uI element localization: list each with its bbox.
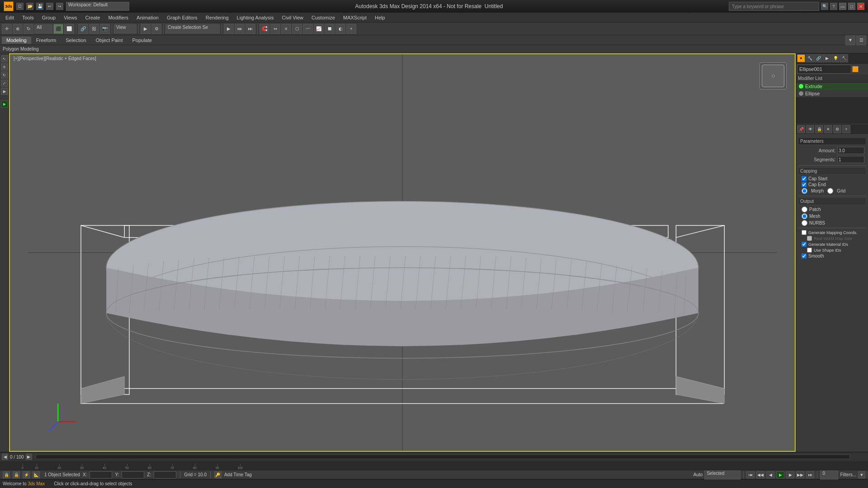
- rotate-tool[interactable]: ↻: [24, 24, 33, 34]
- modifier-extrude[interactable]: Extrude: [796, 83, 868, 90]
- pin-icon[interactable]: 📌: [797, 125, 805, 133]
- select-tool[interactable]: ✛: [2, 24, 12, 34]
- status-icon-2[interactable]: 🔓: [13, 471, 20, 479]
- help-icon[interactable]: ?: [830, 3, 837, 10]
- status-icon-4[interactable]: 📐: [33, 471, 40, 479]
- tab-populate[interactable]: Populate: [127, 37, 156, 44]
- graph-btn[interactable]: 📈: [314, 24, 324, 34]
- sidebar-play[interactable]: ▶: [1, 100, 8, 108]
- schematic-btn[interactable]: 🔲: [325, 24, 335, 34]
- patch-radio[interactable]: [802, 206, 807, 212]
- search-box[interactable]: Type a keyword or phrase: [729, 2, 819, 11]
- anim-prev[interactable]: ◀◀: [756, 471, 764, 479]
- config-icon[interactable]: ⚙: [833, 125, 841, 133]
- open-btn[interactable]: 📂: [26, 3, 33, 10]
- menu-maxscript[interactable]: MAXScript: [340, 14, 370, 21]
- menu-animation[interactable]: Animation: [133, 14, 162, 21]
- menu-modifiers[interactable]: Modifiers: [104, 14, 132, 21]
- material-btn[interactable]: ◐: [335, 24, 345, 34]
- cap-start-checkbox[interactable]: [802, 176, 807, 181]
- redo-btn[interactable]: ↪: [56, 3, 63, 10]
- show-icon[interactable]: 👁: [806, 125, 814, 133]
- menu-civil-view[interactable]: Civil View: [278, 14, 307, 21]
- undo-btn[interactable]: ↩: [46, 3, 53, 10]
- anim-first[interactable]: ⏮: [746, 471, 755, 479]
- render-setup[interactable]: ⚙: [151, 24, 161, 34]
- timeline-slider[interactable]: ◀ 0 / 100 ▶: [0, 452, 868, 461]
- amount-input[interactable]: [837, 147, 864, 154]
- sidebar-rotate[interactable]: ↻: [1, 71, 8, 79]
- menu-customize[interactable]: Customize: [308, 14, 339, 21]
- key-icon[interactable]: 🔑: [214, 471, 222, 479]
- filter-icon[interactable]: ▼: [858, 471, 865, 479]
- gen-material-checkbox[interactable]: [802, 242, 807, 247]
- tab-freeform[interactable]: Freeform: [32, 37, 61, 44]
- object-name-input[interactable]: [797, 65, 851, 74]
- z-coord[interactable]: [154, 471, 176, 479]
- y-coord[interactable]: [122, 471, 144, 479]
- menu-lighting[interactable]: Lighting Analysis: [233, 14, 278, 21]
- menu-group[interactable]: Group: [38, 14, 60, 21]
- anim-next-frame[interactable]: ▶: [786, 471, 794, 479]
- timeline-track[interactable]: [36, 455, 850, 459]
- tab-selection[interactable]: Selection: [61, 37, 90, 44]
- sidebar-select[interactable]: ↖: [1, 55, 8, 62]
- viewport[interactable]: [+][Perspective][Realistic + Edged Faces…: [9, 53, 796, 452]
- status-icon-3[interactable]: ⚡: [23, 471, 30, 479]
- add-mod-icon[interactable]: +: [842, 125, 850, 133]
- workspace-dropdown[interactable]: Workspace: Default: [66, 2, 129, 11]
- anim-play[interactable]: ▶: [776, 471, 784, 479]
- mesh-radio[interactable]: [802, 213, 807, 219]
- anim-last[interactable]: ⏭: [806, 471, 814, 479]
- link-tool[interactable]: 🔗: [78, 24, 88, 34]
- timeline-fwd-btn[interactable]: ▶: [26, 454, 32, 460]
- extra-btn[interactable]: +: [346, 24, 356, 34]
- render-btn[interactable]: ▶: [141, 24, 151, 34]
- create-selection-dropdown[interactable]: Create Selection Se: [165, 24, 220, 33]
- modifier-ellipse[interactable]: Ellipse: [796, 90, 868, 97]
- play-btn[interactable]: ▶: [224, 24, 234, 34]
- camera-tool[interactable]: 📷: [100, 24, 110, 34]
- x-coord[interactable]: [90, 471, 112, 479]
- move-tool[interactable]: ⊕: [13, 24, 23, 34]
- panel-icon-motion[interactable]: ▶: [823, 54, 831, 62]
- gen-mapping-checkbox[interactable]: [802, 230, 807, 235]
- lock-icon[interactable]: 🔒: [815, 125, 823, 133]
- delete-mod-icon[interactable]: ✕: [824, 125, 832, 133]
- menu-graph-editors[interactable]: Graph Editors: [163, 14, 201, 21]
- selected-dropdown[interactable]: Selected: [704, 470, 741, 479]
- view-dropdown[interactable]: View: [114, 24, 137, 33]
- magnet-btn[interactable]: 🧲: [259, 24, 269, 34]
- modifier-list-label[interactable]: Modifier List: [796, 75, 868, 83]
- status-icon-1[interactable]: 🔒: [3, 471, 10, 479]
- anim-next[interactable]: ▶▶: [796, 471, 804, 479]
- region-select[interactable]: ⬜: [64, 24, 74, 34]
- select-btn[interactable]: ⬛: [53, 24, 63, 34]
- menu-views[interactable]: Views: [60, 14, 80, 21]
- prev-btn[interactable]: ⏮: [235, 24, 245, 34]
- menu-btn[interactable]: ☰: [856, 35, 866, 45]
- menu-tools[interactable]: Tools: [19, 14, 38, 21]
- search-icon[interactable]: 🔍: [821, 3, 828, 10]
- morph-radio[interactable]: [802, 188, 807, 194]
- frame-input[interactable]: 0: [820, 470, 838, 479]
- nurbs-radio[interactable]: [802, 220, 807, 226]
- use-shape-checkbox[interactable]: [807, 248, 812, 253]
- sidebar-extra[interactable]: ▶: [1, 88, 8, 95]
- menu-help[interactable]: Help: [371, 14, 389, 21]
- next-btn[interactable]: ⏭: [245, 24, 255, 34]
- maximize-button[interactable]: □: [848, 3, 855, 10]
- new-btn[interactable]: 🗋: [16, 3, 24, 10]
- unlink-tool[interactable]: ⛓: [89, 24, 99, 34]
- mirror-btn[interactable]: ⇔: [270, 24, 280, 34]
- object-color-swatch[interactable]: [852, 66, 859, 72]
- viewport-inner[interactable]: [+][Perspective][Realistic + Edged Faces…: [9, 53, 796, 452]
- panel-icon-create[interactable]: ✦: [797, 54, 805, 62]
- menu-edit[interactable]: Edit: [2, 14, 18, 21]
- panel-icon-utilities[interactable]: 🔨: [840, 54, 848, 62]
- align-btn[interactable]: ≡: [281, 24, 291, 34]
- curve-btn[interactable]: 〰: [303, 24, 313, 34]
- panel-icon-modify[interactable]: 🔧: [806, 54, 814, 62]
- smooth-checkbox[interactable]: [802, 253, 807, 258]
- minimize-button[interactable]: —: [839, 3, 846, 10]
